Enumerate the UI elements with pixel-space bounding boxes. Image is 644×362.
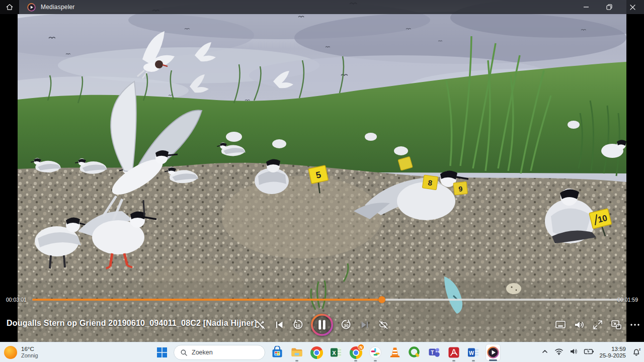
shuffle-off-button[interactable] — [255, 319, 267, 331]
repeat-off-button[interactable] — [377, 319, 389, 331]
tray-time: 13:59 — [611, 346, 626, 353]
mini-player-button[interactable] — [554, 319, 567, 331]
previous-track-icon — [274, 319, 285, 330]
open-app-indicator — [354, 360, 357, 361]
pause-icon — [310, 313, 334, 336]
skip-back-label: 10 — [295, 323, 300, 328]
video-surface[interactable]: 5 8 9 — [18, 0, 626, 342]
tray-battery-button[interactable] — [584, 347, 594, 358]
next-track-icon — [359, 319, 370, 330]
search-placeholder: Zoeken — [192, 349, 213, 356]
seek-bar[interactable] — [32, 299, 624, 301]
taskbar-app-acrobat[interactable] — [446, 342, 461, 362]
svg-text:T: T — [431, 350, 434, 355]
maximize-restore-button[interactable] — [598, 0, 621, 14]
taskbar-app-vlc[interactable] — [387, 342, 403, 362]
more-options-button[interactable] — [629, 319, 641, 331]
search-icon — [180, 349, 188, 356]
wifi-icon — [554, 347, 564, 356]
tray-date: 25-9-2025 — [600, 352, 626, 359]
svg-text:z: z — [639, 347, 641, 350]
svg-text:W: W — [469, 350, 474, 356]
tray-clock[interactable]: 13:59 25-9-2025 — [600, 346, 626, 359]
mini-player-icon — [554, 319, 567, 331]
tray-notifications-button[interactable]: z — [631, 347, 641, 358]
microsoft-store-icon — [271, 346, 284, 359]
shuffle-off-icon — [255, 319, 267, 331]
open-app-indicator — [452, 360, 455, 361]
open-app-indicator — [374, 360, 377, 361]
active-app-indicator — [489, 359, 497, 361]
taskbar: 16°C Zonnig Zoeken — [0, 342, 644, 362]
minimize-icon — [583, 4, 589, 10]
taskbar-app-file-explorer[interactable] — [289, 342, 304, 362]
open-app-indicator — [295, 360, 298, 361]
timeline-played — [32, 299, 382, 301]
tern-egg — [506, 283, 521, 294]
close-button[interactable] — [621, 0, 644, 14]
taskbar-app-word[interactable]: W — [466, 342, 481, 362]
pip-icon — [610, 319, 622, 331]
chevron-up-icon — [541, 347, 549, 355]
pip-button[interactable] — [610, 319, 622, 331]
weather-temperature: 16°C — [21, 346, 38, 352]
timeline: 00:03:01 00:01:59 — [0, 295, 644, 305]
timeline-handle[interactable] — [378, 296, 385, 303]
previous-track-button[interactable] — [273, 319, 285, 331]
media-player-app-icon — [27, 3, 36, 12]
sunny-weather-icon — [4, 346, 17, 359]
skip-back-10-icon: 10 — [292, 319, 304, 331]
taskbar-app-qgis[interactable] — [407, 342, 422, 362]
taskbar-app-microsoft-store[interactable] — [270, 342, 285, 362]
battery-charging-icon — [584, 347, 594, 356]
bell-dnd-icon: z — [631, 347, 641, 356]
volume-button[interactable] — [573, 319, 585, 331]
weather-condition: Zonnig — [21, 352, 38, 359]
titlebar: Mediaspeler — [0, 0, 644, 14]
taskbar-app-chrome[interactable] — [309, 342, 324, 362]
acrobat-icon — [447, 346, 460, 359]
taskbar-app-media-player-active[interactable] — [486, 344, 501, 361]
next-track-button[interactable] — [359, 319, 371, 331]
speaker-icon — [569, 347, 578, 356]
chrome-notification-badge: N — [358, 344, 364, 350]
slack-icon — [369, 346, 382, 359]
skip-forward-30-button[interactable]: 30 — [340, 319, 352, 331]
tray-chevron-button[interactable] — [541, 347, 549, 357]
windows-logo-icon — [156, 347, 168, 358]
teams-icon: T — [428, 346, 441, 359]
video-frame-tern-colony: 5 8 9 — [18, 0, 626, 342]
close-icon — [629, 4, 636, 11]
taskbar-app-slack[interactable] — [368, 342, 383, 362]
pause-button[interactable] — [310, 313, 334, 336]
weather-widget[interactable]: 16°C Zonnig — [4, 342, 38, 362]
minimize-button[interactable] — [575, 0, 598, 14]
playback-controls: Dougalls Stern op Griend 20190610_094011… — [0, 310, 644, 340]
tray-wifi-button[interactable] — [554, 347, 564, 358]
fullscreen-button[interactable] — [592, 319, 604, 331]
taskbar-app-chrome-profile[interactable]: N — [348, 342, 363, 362]
excel-icon: X — [330, 346, 343, 359]
svg-text:X: X — [332, 350, 336, 356]
home-button[interactable] — [0, 0, 19, 14]
screen: 5 8 9 — [0, 0, 644, 362]
more-options-icon — [629, 319, 641, 331]
file-explorer-icon — [290, 346, 303, 359]
vlc-icon — [388, 346, 401, 359]
skip-back-10-button[interactable]: 10 — [292, 319, 304, 331]
search-input[interactable]: Zoeken — [174, 345, 265, 360]
window-title: Mediaspeler — [41, 4, 75, 11]
taskbar-app-excel[interactable]: X — [329, 342, 344, 362]
skip-forward-30-icon: 30 — [340, 319, 352, 331]
tray-volume-button[interactable] — [569, 347, 578, 358]
media-player-window: 5 8 9 — [0, 0, 644, 342]
media-title: Dougalls Stern op Griend 20190610_094011… — [7, 319, 257, 328]
home-icon — [6, 3, 14, 11]
volume-icon — [573, 319, 585, 331]
fullscreen-icon — [592, 319, 604, 331]
start-button[interactable] — [155, 345, 169, 359]
skip-forward-label: 30 — [344, 323, 349, 328]
chrome-icon — [310, 346, 323, 359]
qgis-icon — [408, 346, 421, 359]
taskbar-app-teams[interactable]: T — [427, 342, 442, 362]
